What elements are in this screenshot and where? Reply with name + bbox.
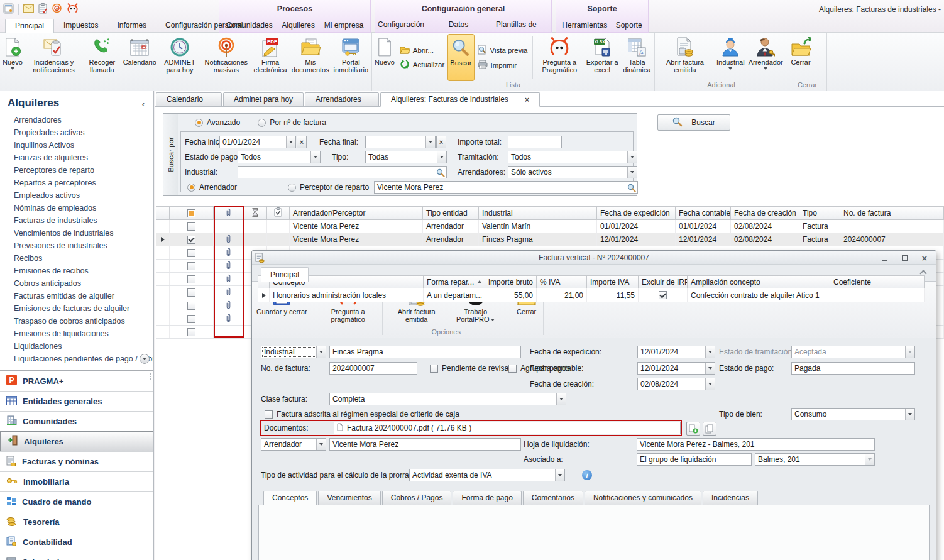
col-importe-iva[interactable]: Importe IVA (587, 275, 639, 288)
section-alquileres[interactable]: Alquileres (0, 431, 153, 451)
tab-comentarios[interactable]: Comentarios (523, 491, 583, 505)
collapse-sidebar-icon[interactable]: ‹ (142, 99, 145, 109)
col-tipo-entidad[interactable]: Tipo entidad (423, 206, 479, 220)
radio-perceptor[interactable]: Perceptor de reparto (288, 183, 369, 192)
calendario-button[interactable]: Calendario (121, 34, 158, 81)
tipo-bien-select[interactable]: Consumo (791, 408, 915, 420)
dialog-title-bar[interactable]: Factura vertical - Nº 2024000007 (252, 251, 936, 265)
row-checkbox[interactable] (187, 222, 195, 231)
review-column-header[interactable] (267, 206, 290, 220)
tab-vencimientos[interactable]: Vencimientos (318, 491, 380, 505)
sidebar-item-facturas-industriales[interactable]: Facturas de industriales (0, 214, 153, 227)
sidebar-item-previsiones[interactable]: Previsiones de industriales (0, 239, 153, 252)
tab-forma-pago[interactable]: Forma de pago (453, 491, 521, 505)
pregunta-pragmatico-button[interactable]: Pregunta a Pragmático (535, 34, 584, 81)
adminet-button[interactable]: ADMINET para hoy (158, 34, 201, 81)
radio-avanzado[interactable]: Avanzado (195, 118, 240, 127)
tab-conceptos[interactable]: Conceptos (263, 491, 317, 505)
col-tipo[interactable]: Tipo (799, 206, 840, 220)
pendiente-revisar-checkbox[interactable]: Pendiente de revisar (430, 362, 511, 375)
section-facturas-nominas[interactable]: Facturas y nóminas (0, 451, 153, 471)
mis-documentos-button[interactable]: Mis documentos (290, 34, 331, 81)
col-importe-bruto[interactable]: Importe bruto (483, 275, 537, 288)
sidebar-item-emisiones-recibos[interactable]: Emisiones de recibos (0, 265, 153, 277)
clear-fecha-inicial-button[interactable] (297, 136, 307, 148)
sidebar-item-liquidaciones[interactable]: Liquidaciones (0, 340, 153, 353)
splitter-handle[interactable] (150, 373, 151, 380)
buscar-button[interactable]: Buscar (447, 34, 474, 81)
persona-input[interactable]: Vicente Mora Perez (374, 181, 638, 194)
actualizar-button[interactable]: Actualizar (400, 59, 445, 70)
overflow-button[interactable] (140, 354, 150, 364)
portal-inmobiliario-button[interactable]: Portal inmobiliario (331, 34, 371, 81)
fecha-inicial-input[interactable]: 01/01/2024 (219, 136, 296, 148)
col-ampliacion[interactable]: Ampliación concepto (688, 275, 830, 288)
doc-tab-calendario[interactable]: Calendario (156, 92, 222, 107)
tipo-select[interactable]: Todas (365, 151, 447, 163)
cerrar-button[interactable]: Cerrar (789, 34, 813, 81)
search-icon[interactable] (627, 184, 636, 194)
tab-configuracion-personal[interactable]: Configuración personal (156, 19, 252, 33)
section-inmobiliaria[interactable]: Inmobiliaria (0, 471, 153, 491)
col-fecha-expedicion[interactable]: Fecha de expedición (597, 206, 676, 220)
arrendador-button[interactable]: Arrendador (747, 34, 785, 81)
excluir-irpf-checkbox[interactable] (659, 291, 667, 299)
sidebar-item-propiedades[interactable]: Propiedades activas (0, 126, 153, 139)
sidebar-item-inquilinos[interactable]: Inquilinos Activos (0, 139, 153, 151)
tramitacion-select[interactable]: Todos (508, 151, 637, 163)
section-calendario[interactable]: Calendario (0, 552, 153, 560)
sidebar-item-cobros-anticipados[interactable]: Cobros anticipados (0, 277, 153, 290)
search-icon[interactable] (436, 168, 445, 178)
doc-tab-adminet[interactable]: Adminet para hoy (223, 92, 304, 107)
imprimir-button[interactable]: Imprimir (478, 60, 528, 70)
copy-document-button[interactable] (703, 422, 716, 436)
col-arrendador[interactable]: Arrendador/Perceptor (290, 206, 423, 220)
clase-factura-select[interactable]: Completa (329, 393, 566, 405)
row-checkbox[interactable] (187, 236, 195, 244)
pending-column-header[interactable] (244, 206, 267, 220)
pragmatico-icon[interactable] (67, 3, 79, 16)
fecha-expedicion-input[interactable]: 12/01/2024 (637, 346, 715, 358)
fecha-contable-input[interactable]: 12/01/2024 (637, 362, 715, 375)
regimen-caja-checkbox[interactable]: Factura adscrita al régimen especial de … (265, 408, 459, 420)
section-pragma-plus[interactable]: P PRAGMA+ (0, 371, 153, 391)
section-cuadro-mando[interactable]: Cuadro de mando (0, 491, 153, 512)
sidebar-item-fianzas[interactable]: Fianzas de alquileres (0, 151, 153, 164)
col-numero-factura[interactable]: No. de factura (840, 206, 944, 220)
sidebar-item-repartos[interactable]: Repartos a perceptores (0, 177, 153, 189)
sidebar-item-empleados[interactable]: Empleados activos (0, 189, 153, 202)
select-all-header[interactable] (170, 206, 214, 220)
buscar-submit-button[interactable]: Buscar (657, 114, 730, 131)
col-fecha-contable[interactable]: Fecha contable (676, 206, 731, 220)
col-coeficiente[interactable]: Coeficiente (830, 275, 925, 288)
col-fecha-creacion[interactable]: Fecha de creación (731, 206, 799, 220)
close-button[interactable] (919, 253, 930, 261)
industrial-button[interactable]: Industrial (715, 34, 747, 81)
section-comunidades[interactable]: Comunidades (0, 411, 153, 431)
vista-previa-button[interactable]: Vista previa (478, 45, 528, 56)
arrendador-type-select[interactable]: Arrendador (261, 438, 326, 451)
col-industrial[interactable]: Industrial (479, 206, 597, 220)
tab-herramientas[interactable]: Herramientas (559, 18, 610, 32)
entity-name-input[interactable]: Fincas Pragma (329, 346, 521, 358)
tab-principal[interactable]: Principal (5, 19, 54, 33)
tabla-dinamica-button[interactable]: fx Tabla dinámica (620, 34, 654, 81)
sidebar-item-vencimientos[interactable]: Vencimientos de industriales (0, 227, 153, 239)
incidencias-button[interactable]: Incidencias y notificaciones (25, 34, 83, 81)
arrendador-name-input[interactable]: Vicente Mora Perez (329, 438, 521, 451)
exportar-excel-button[interactable]: XLSX Exportar a excel (585, 34, 620, 81)
fecha-final-input[interactable] (365, 136, 436, 148)
sidebar-item-emisiones-facturas[interactable]: Emisiones de facturas de alquiler (0, 302, 153, 315)
recoger-llamada-button[interactable]: Recoger llamada (83, 34, 121, 81)
minimize-button[interactable] (879, 253, 889, 261)
col-pct-iva[interactable]: % IVA (537, 275, 587, 288)
arrendadores-select[interactable]: Sólo activos (508, 166, 637, 178)
abrir-button[interactable]: Abrir... (400, 45, 445, 55)
entity-type-select[interactable]: Industrial (261, 346, 326, 358)
table-row-selected[interactable]: Vicente Mora Perez Arrendador Fincas Pra… (156, 233, 944, 246)
attachment-column-header[interactable] (214, 206, 244, 220)
fecha-creacion-input[interactable]: 02/08/2024 (637, 378, 715, 390)
tab-mi-empresa[interactable]: Mi empresa (322, 18, 366, 32)
industrial-input[interactable] (238, 166, 447, 178)
tab-notificaciones[interactable]: Notificaciones y comunicados (585, 491, 701, 505)
